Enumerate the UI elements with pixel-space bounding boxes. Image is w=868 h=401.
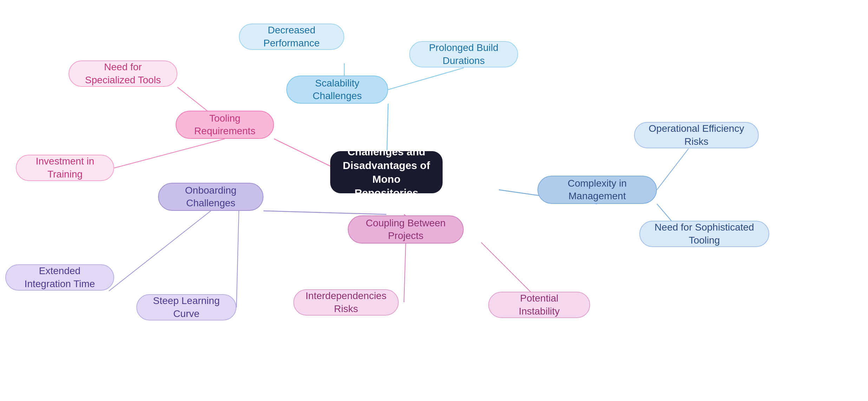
mindmap-container: Challenges and Disadvantages of Mono Rep… [0,0,868,401]
scalability-challenges-node: Scalability Challenges [286,76,388,104]
onboarding-challenges-node: Onboarding Challenges [158,183,263,211]
coupling-between-projects-node: Coupling Between Projects [348,215,464,244]
interdependencies-risks-node: Interdependencies Risks [293,289,399,316]
svg-line-13 [404,242,406,302]
svg-line-7 [657,149,688,190]
decreased-performance-node: Decreased Performance [239,24,344,50]
svg-line-2 [114,139,225,168]
extended-integration-time-node: Extended Integration Time [5,264,114,291]
investment-training-node: Investment in Training [16,155,114,181]
svg-line-9 [263,211,386,214]
complexity-management-node: Complexity in Management [537,176,657,204]
operational-efficiency-risks-node: Operational Efficiency Risks [634,122,759,148]
prolonged-build-durations-node: Prolonged Build Durations [409,41,518,67]
steep-learning-curve-node: Steep Learning Curve [136,294,236,321]
sophisticated-tooling-node: Need for Sophisticated Tooling [639,221,769,247]
need-specialized-tools-node: Need for Specialized Tools [68,60,177,87]
svg-line-10 [109,211,211,291]
center-node: Challenges and Disadvantages of Mono Rep… [330,151,443,193]
tooling-requirements-node: Tooling Requirements [176,111,274,139]
potential-instability-node: Potential Instability [488,292,590,318]
svg-line-11 [236,211,239,308]
svg-line-5 [388,68,464,90]
